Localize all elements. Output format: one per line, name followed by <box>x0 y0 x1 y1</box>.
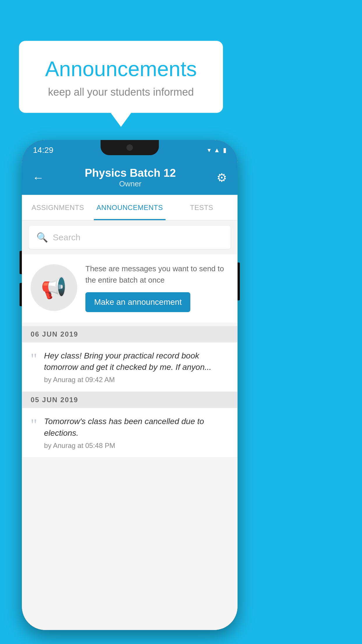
volume-up-button <box>20 251 22 274</box>
announcement-item-2[interactable]: " Tomorrow's class has been cancelled du… <box>22 408 238 457</box>
phone-notch <box>101 140 159 155</box>
volume-down-button <box>20 283 22 306</box>
search-icon: 🔍 <box>36 232 48 243</box>
speech-bubble-container: Announcements keep all your students inf… <box>19 41 223 113</box>
power-button <box>238 262 240 300</box>
promo-icon-circle: 📢 <box>31 264 77 311</box>
phone-frame: 14:29 ▾ ▲ ▮ ← Physics Batch 12 Owner ⚙ <box>22 140 238 630</box>
megaphone-icon: 📢 <box>41 275 67 300</box>
promo-text-group: These are messages you want to send to t… <box>85 263 229 312</box>
quote-icon-2: " <box>31 417 37 433</box>
tabs-bar: ASSIGNMENTS ANNOUNCEMENTS TESTS <box>22 195 238 220</box>
screen-content: 🔍 Search 📢 These are messages you want t… <box>22 220 238 630</box>
batch-title: Physics Batch 12 <box>85 167 176 179</box>
promo-description: These are messages you want to send to t… <box>85 263 229 286</box>
tab-tests[interactable]: TESTS <box>166 195 238 220</box>
app-header: ← Physics Batch 12 Owner ⚙ <box>22 160 238 195</box>
speech-bubble-title: Announcements <box>36 57 205 81</box>
search-placeholder: Search <box>53 232 80 242</box>
date-separator-1: 06 JUN 2019 <box>22 326 238 342</box>
user-role: Owner <box>85 179 176 188</box>
announcement-item-1[interactable]: " Hey class! Bring your practical record… <box>22 342 238 392</box>
search-bar[interactable]: 🔍 Search <box>29 226 231 249</box>
announcement-meta-1: by Anurag at 09:42 AM <box>44 376 229 384</box>
header-title-group: Physics Batch 12 Owner <box>85 167 176 188</box>
tab-assignments[interactable]: ASSIGNMENTS <box>22 195 94 220</box>
announcement-text-group-1: Hey class! Bring your practical record b… <box>44 350 229 384</box>
battery-icon: ▮ <box>223 146 226 154</box>
date-separator-2: 05 JUN 2019 <box>22 392 238 408</box>
announcement-text-1: Hey class! Bring your practical record b… <box>44 350 229 373</box>
signal-icon: ▲ <box>214 146 220 154</box>
announcement-text-group-2: Tomorrow's class has been cancelled due … <box>44 416 229 449</box>
announcement-meta-2: by Anurag at 05:48 PM <box>44 442 229 450</box>
quote-icon-1: " <box>31 351 37 367</box>
announcement-text-2: Tomorrow's class has been cancelled due … <box>44 416 229 438</box>
back-button[interactable]: ← <box>32 171 44 184</box>
front-camera <box>126 144 133 151</box>
make-announcement-button[interactable]: Make an announcement <box>85 292 190 312</box>
speech-bubble-subtitle: keep all your students informed <box>36 86 205 98</box>
status-icons: ▾ ▲ ▮ <box>208 146 226 154</box>
settings-button[interactable]: ⚙ <box>217 171 227 184</box>
wifi-icon: ▾ <box>208 146 211 154</box>
promo-card: 📢 These are messages you want to send to… <box>22 254 238 323</box>
tab-announcements[interactable]: ANNOUNCEMENTS <box>94 195 166 220</box>
status-time: 14:29 <box>33 146 53 155</box>
speech-bubble: Announcements keep all your students inf… <box>19 41 223 113</box>
